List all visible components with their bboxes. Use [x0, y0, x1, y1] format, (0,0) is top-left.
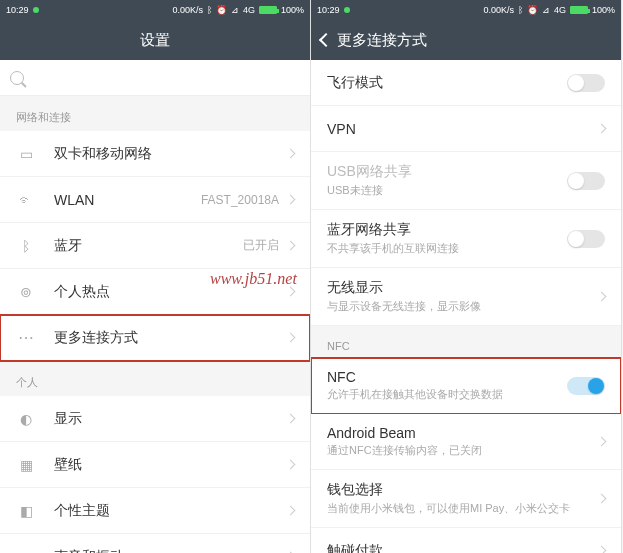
- row-label: NFC: [327, 369, 567, 385]
- bluetooth-icon: [16, 236, 36, 256]
- row-label: Android Beam: [327, 425, 598, 441]
- section-header-nfc: NFC: [311, 326, 621, 358]
- hotspot-icon: [16, 282, 36, 302]
- row-value: FAST_20018A: [201, 193, 279, 207]
- row-sub: 与显示设备无线连接，显示影像: [327, 299, 598, 314]
- section-header-network: 网络和连接: [0, 96, 310, 131]
- row-bluetooth[interactable]: 蓝牙 已开启: [0, 223, 310, 269]
- back-button[interactable]: 更多连接方式: [321, 31, 427, 50]
- signal-icon: ⊿: [231, 5, 239, 15]
- theme-icon: [16, 501, 36, 521]
- row-airplane[interactable]: 飞行模式: [311, 60, 621, 106]
- row-sub: USB未连接: [327, 183, 567, 198]
- status-dot-icon: [33, 7, 39, 13]
- row-label: VPN: [327, 121, 598, 137]
- wallpaper-icon: [16, 455, 36, 475]
- status-time: 10:29: [6, 5, 29, 15]
- search-icon: [10, 71, 24, 85]
- back-icon: [319, 33, 333, 47]
- chevron-icon: [286, 333, 296, 343]
- toggle-nfc[interactable]: [567, 377, 605, 395]
- alarm-icon: ⏰: [527, 5, 538, 15]
- status-battery: 100%: [281, 5, 304, 15]
- row-label: USB网络共享: [327, 163, 567, 181]
- sim-icon: [16, 144, 36, 164]
- display-icon: [16, 409, 36, 429]
- row-label: 更多连接方式: [54, 329, 287, 347]
- row-label: 蓝牙: [54, 237, 243, 255]
- header: 设置: [0, 20, 310, 60]
- section-header-personal: 个人: [0, 361, 310, 396]
- row-android-beam[interactable]: Android Beam 通过NFC连接传输内容，已关闭: [311, 414, 621, 470]
- more-icon: [16, 328, 36, 348]
- row-label: 壁纸: [54, 456, 287, 474]
- row-sound[interactable]: 声音和振动: [0, 534, 310, 553]
- row-value: 已开启: [243, 237, 279, 254]
- row-label: 显示: [54, 410, 287, 428]
- row-more-connections[interactable]: 更多连接方式: [0, 315, 310, 361]
- status-battery: 100%: [592, 5, 615, 15]
- row-wireless-display[interactable]: 无线显示 与显示设备无线连接，显示影像: [311, 268, 621, 326]
- network-icon: 4G: [243, 5, 255, 15]
- row-label: 触碰付款: [327, 542, 598, 554]
- chevron-icon: [597, 546, 607, 553]
- status-speed: 0.00K/s: [172, 5, 203, 15]
- toggle-bt-tether[interactable]: [567, 230, 605, 248]
- battery-icon: [259, 6, 277, 14]
- row-display[interactable]: 显示: [0, 396, 310, 442]
- row-hotspot[interactable]: 个人热点: [0, 269, 310, 315]
- chevron-icon: [286, 287, 296, 297]
- row-wlan[interactable]: WLAN FAST_20018A: [0, 177, 310, 223]
- chevron-icon: [597, 292, 607, 302]
- row-bt-tether[interactable]: 蓝牙网络共享 不共享该手机的互联网连接: [311, 210, 621, 268]
- chevron-icon: [597, 437, 607, 447]
- phone-right: 10:29 0.00K/s ᛒ ⏰ ⊿ 4G 100% 更多连接方式 飞行模式 …: [311, 0, 622, 553]
- status-bar: 10:29 0.00K/s ᛒ ⏰ ⊿ 4G 100%: [0, 0, 310, 20]
- status-dot-icon: [344, 7, 350, 13]
- row-wallpaper[interactable]: 壁纸: [0, 442, 310, 488]
- sound-icon: [16, 547, 36, 554]
- search-bar[interactable]: [0, 60, 310, 96]
- toggle-airplane[interactable]: [567, 74, 605, 92]
- page-title: 更多连接方式: [337, 31, 427, 50]
- row-label: WLAN: [54, 192, 201, 208]
- row-label: 无线显示: [327, 279, 598, 297]
- chevron-icon: [286, 195, 296, 205]
- row-sim[interactable]: 双卡和移动网络: [0, 131, 310, 177]
- status-bar: 10:29 0.00K/s ᛒ ⏰ ⊿ 4G 100%: [311, 0, 621, 20]
- row-vpn[interactable]: VPN: [311, 106, 621, 152]
- row-label: 飞行模式: [327, 74, 567, 92]
- wifi-icon: [16, 190, 36, 210]
- row-tap-pay[interactable]: 触碰付款: [311, 528, 621, 553]
- bluetooth-icon: ᛒ: [518, 5, 523, 15]
- network-icon: 4G: [554, 5, 566, 15]
- row-wallet[interactable]: 钱包选择 当前使用小米钱包，可以使用MI Pay、小米公交卡: [311, 470, 621, 528]
- row-sub: 通过NFC连接传输内容，已关闭: [327, 443, 598, 458]
- row-usb-tether: USB网络共享 USB未连接: [311, 152, 621, 210]
- toggle-usb: [567, 172, 605, 190]
- chevron-icon: [597, 124, 607, 134]
- row-theme[interactable]: 个性主题: [0, 488, 310, 534]
- row-sub: 允许手机在接触其他设备时交换数据: [327, 387, 567, 402]
- row-label: 个性主题: [54, 502, 287, 520]
- bluetooth-icon: ᛒ: [207, 5, 212, 15]
- signal-icon: ⊿: [542, 5, 550, 15]
- chevron-icon: [286, 149, 296, 159]
- battery-icon: [570, 6, 588, 14]
- row-label: 钱包选择: [327, 481, 598, 499]
- status-time: 10:29: [317, 5, 340, 15]
- chevron-icon: [286, 506, 296, 516]
- chevron-icon: [286, 241, 296, 251]
- row-label: 双卡和移动网络: [54, 145, 287, 163]
- header: 更多连接方式: [311, 20, 621, 60]
- page-title: 设置: [0, 31, 310, 50]
- row-sub: 不共享该手机的互联网连接: [327, 241, 567, 256]
- status-speed: 0.00K/s: [483, 5, 514, 15]
- row-label: 蓝牙网络共享: [327, 221, 567, 239]
- phone-left: 10:29 0.00K/s ᛒ ⏰ ⊿ 4G 100% 设置 网络和连接 双卡和…: [0, 0, 311, 553]
- row-nfc[interactable]: NFC 允许手机在接触其他设备时交换数据: [311, 358, 621, 414]
- chevron-icon: [597, 494, 607, 504]
- chevron-icon: [286, 460, 296, 470]
- alarm-icon: ⏰: [216, 5, 227, 15]
- chevron-icon: [286, 414, 296, 424]
